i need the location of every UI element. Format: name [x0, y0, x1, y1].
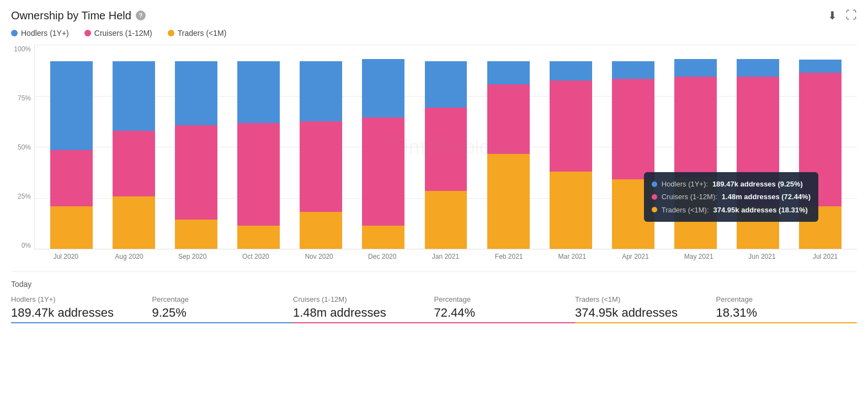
bar-cruisers: [175, 125, 217, 220]
bar-traders: [487, 154, 530, 249]
bar-group[interactable]: [103, 45, 165, 249]
legend-item-hodlers[interactable]: Hodlers (1Y+): [11, 29, 69, 38]
stat-cell-hodlers-addresses: Hodlers (1Y+) 189.47k addresses: [11, 294, 152, 323]
y-label: 50%: [11, 143, 34, 151]
bar-cruisers: [50, 150, 93, 206]
bar-cruisers: [674, 77, 717, 177]
legend-dot-cruisers: [84, 30, 91, 36]
stat-cell-cruisers-addresses: Cruisers (1-12M) 1.48m addresses: [293, 294, 434, 323]
legend-label-hodlers: Hodlers (1Y+): [21, 29, 69, 38]
x-label: Feb 2021: [477, 249, 541, 266]
bar-cruisers: [113, 131, 155, 196]
help-icon[interactable]: ?: [136, 10, 146, 20]
bar-group[interactable]: [477, 45, 540, 249]
stat-value: 9.25%: [152, 306, 294, 320]
x-label: Sep 2020: [161, 249, 224, 266]
bar-traders: [799, 206, 842, 249]
stat-cell-traders-pct: Percentage 18.31%: [716, 294, 858, 323]
x-label: Dec 2020: [350, 249, 414, 266]
stat-cell-traders-addresses: Traders (<1M) 374.95k addresses: [575, 294, 716, 323]
bar-group[interactable]: [227, 45, 290, 249]
bar-traders: [300, 212, 342, 249]
stats-today: Today: [11, 280, 857, 289]
stat-value: 374.95k addresses: [575, 306, 716, 320]
x-label: Apr 2021: [604, 249, 667, 266]
legend-item-cruisers[interactable]: Cruisers (1-12M): [84, 29, 152, 38]
bar-group[interactable]: [40, 45, 103, 249]
stat-value: 18.31%: [716, 306, 858, 320]
bar-hodlers: [362, 59, 404, 117]
stat-header: Cruisers (1-12M): [293, 295, 434, 303]
bar-group[interactable]: [290, 45, 352, 249]
x-label: Jun 2021: [731, 249, 794, 266]
x-label: May 2021: [667, 249, 731, 266]
bar-traders: [175, 220, 217, 249]
bar-traders: [362, 226, 404, 249]
stat-cell-cruisers-pct: Percentage 72.44%: [434, 294, 576, 323]
x-label: Jan 2021: [414, 249, 477, 266]
chart-area: 0%25%50%75%100% ⬡ intotheblock Jul 2020A…: [11, 45, 857, 266]
download-icon[interactable]: ⬇: [828, 9, 837, 22]
y-axis: 0%25%50%75%100%: [11, 45, 34, 249]
expand-icon[interactable]: ⛶: [846, 9, 857, 22]
bar-traders: [425, 191, 467, 249]
bar-group[interactable]: [789, 45, 851, 249]
bar-hodlers: [799, 60, 842, 73]
chart-title: Ownership by Time Held: [11, 9, 131, 22]
x-label: Aug 2020: [98, 249, 161, 266]
bar-group[interactable]: [602, 45, 664, 249]
bar-cruisers: [487, 84, 530, 154]
stat-header: Percentage: [434, 295, 576, 303]
y-label: 75%: [11, 94, 34, 102]
header-icons: ⬇ ⛶: [828, 9, 857, 22]
bar-group[interactable]: [165, 45, 227, 249]
stat-value: 1.48m addresses: [293, 306, 434, 320]
bar-hodlers: [175, 61, 217, 125]
title-area: Ownership by Time Held ?: [11, 9, 146, 22]
bar-hodlers: [737, 59, 779, 77]
stat-header: Traders (<1M): [575, 295, 716, 303]
y-label: 25%: [11, 193, 34, 200]
bar-group[interactable]: [540, 45, 602, 249]
x-label: Oct 2020: [224, 249, 287, 266]
x-label: Mar 2021: [541, 249, 604, 266]
stat-header: Hodlers (1Y+): [11, 295, 152, 303]
legend-item-traders[interactable]: Traders (<1M): [168, 29, 227, 38]
bar-cruisers: [612, 79, 654, 179]
bar-cruisers: [237, 123, 280, 226]
bar-group[interactable]: [727, 45, 789, 249]
bar-cruisers: [737, 77, 779, 206]
bar-group[interactable]: [664, 45, 727, 249]
bar-hodlers: [300, 61, 342, 121]
bar-traders: [113, 196, 155, 249]
bar-traders: [737, 206, 779, 249]
legend: Hodlers (1Y+) Cruisers (1-12M) Traders (…: [11, 29, 857, 38]
chart-header: Ownership by Time Held ? ⬇ ⛶: [11, 9, 857, 22]
bar-hodlers: [612, 61, 654, 79]
x-axis: Jul 2020Aug 2020Sep 2020Oct 2020Nov 2020…: [34, 249, 857, 266]
bar-group[interactable]: [352, 45, 414, 249]
bar-hodlers: [425, 61, 467, 108]
bar-traders: [612, 179, 654, 249]
bar-traders: [550, 172, 592, 249]
x-label: Nov 2020: [287, 249, 351, 266]
y-label: 100%: [11, 45, 34, 53]
y-label: 0%: [11, 242, 34, 249]
bar-traders: [50, 206, 93, 249]
legend-label-cruisers: Cruisers (1-12M): [94, 29, 152, 38]
stats-section: Today Hodlers (1Y+) 189.47k addresses Pe…: [11, 271, 857, 323]
bar-group[interactable]: [414, 45, 477, 249]
stat-cell-hodlers-pct: Percentage 9.25%: [152, 294, 294, 323]
bar-chart: ⬡ intotheblock: [34, 45, 857, 249]
bar-traders: [237, 226, 280, 249]
x-label: Jul 2020: [34, 249, 98, 266]
bar-hodlers: [674, 59, 717, 77]
bar-cruisers: [425, 108, 467, 191]
bar-hodlers: [487, 61, 530, 84]
stat-value: 72.44%: [434, 306, 576, 320]
bar-hodlers: [113, 61, 155, 131]
bar-cruisers: [362, 118, 404, 226]
stat-header: Percentage: [716, 295, 858, 303]
bar-cruisers: [799, 73, 842, 206]
stat-value: 189.47k addresses: [11, 306, 152, 320]
